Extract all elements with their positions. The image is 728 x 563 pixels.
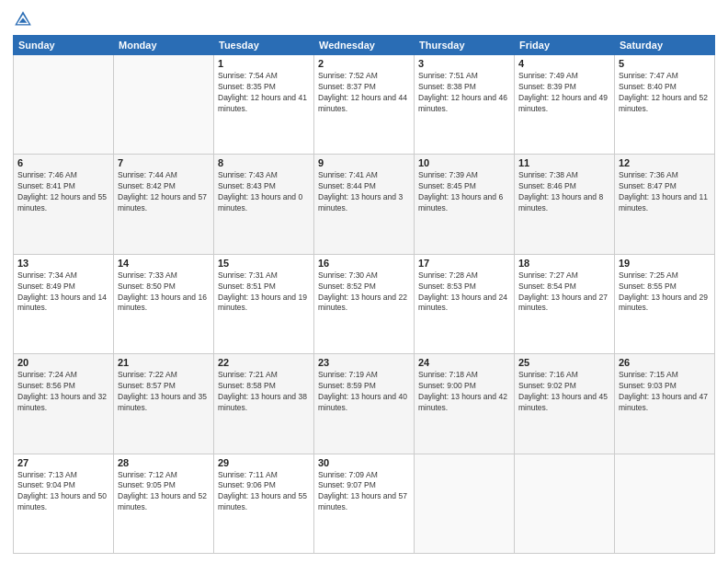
- calendar-day-cell: 22Sunrise: 7:21 AM Sunset: 8:58 PM Dayli…: [214, 354, 314, 454]
- day-number: 28: [118, 457, 210, 468]
- day-number: 21: [118, 357, 210, 368]
- day-info: Sunrise: 7:22 AM Sunset: 8:57 PM Dayligh…: [118, 370, 210, 414]
- day-info: Sunrise: 7:38 AM Sunset: 8:46 PM Dayligh…: [518, 170, 610, 214]
- calendar-week-row: 13Sunrise: 7:34 AM Sunset: 8:49 PM Dayli…: [14, 254, 715, 353]
- day-number: 7: [118, 157, 210, 168]
- day-number: 1: [218, 58, 310, 69]
- day-info: Sunrise: 7:43 AM Sunset: 8:43 PM Dayligh…: [218, 170, 310, 214]
- day-info: Sunrise: 7:15 AM Sunset: 9:03 PM Dayligh…: [619, 370, 711, 414]
- calendar-table: SundayMondayTuesdayWednesdayThursdayFrid…: [13, 35, 715, 554]
- calendar-day-cell: 17Sunrise: 7:28 AM Sunset: 8:53 PM Dayli…: [415, 254, 515, 353]
- day-info: Sunrise: 7:49 AM Sunset: 8:39 PM Dayligh…: [518, 71, 610, 115]
- day-info: Sunrise: 7:39 AM Sunset: 8:45 PM Dayligh…: [418, 170, 510, 214]
- calendar-day-cell: 23Sunrise: 7:19 AM Sunset: 8:59 PM Dayli…: [314, 354, 415, 454]
- day-info: Sunrise: 7:46 AM Sunset: 8:41 PM Dayligh…: [17, 170, 109, 214]
- day-info: Sunrise: 7:41 AM Sunset: 8:44 PM Dayligh…: [318, 170, 410, 214]
- day-info: Sunrise: 7:18 AM Sunset: 9:00 PM Dayligh…: [418, 370, 510, 414]
- day-number: 27: [17, 457, 109, 468]
- day-number: 12: [619, 157, 711, 168]
- header: [13, 9, 715, 29]
- calendar-day-cell: [515, 454, 615, 553]
- calendar-day-cell: 29Sunrise: 7:11 AM Sunset: 9:06 PM Dayli…: [214, 454, 314, 553]
- day-info: Sunrise: 7:36 AM Sunset: 8:47 PM Dayligh…: [619, 170, 711, 214]
- day-number: 26: [619, 357, 711, 368]
- day-number: 17: [418, 258, 510, 269]
- calendar-day-cell: [615, 454, 715, 553]
- calendar-day-cell: 2Sunrise: 7:52 AM Sunset: 8:37 PM Daylig…: [314, 55, 415, 155]
- day-info: Sunrise: 7:34 AM Sunset: 8:49 PM Dayligh…: [17, 270, 109, 315]
- day-number: 6: [17, 157, 109, 168]
- page: SundayMondayTuesdayWednesdayThursdayFrid…: [0, 0, 728, 563]
- calendar-week-row: 27Sunrise: 7:13 AM Sunset: 9:04 PM Dayli…: [14, 454, 715, 553]
- calendar-day-cell: 13Sunrise: 7:34 AM Sunset: 8:49 PM Dayli…: [14, 254, 114, 353]
- day-number: 10: [418, 157, 510, 168]
- calendar-day-cell: 5Sunrise: 7:47 AM Sunset: 8:40 PM Daylig…: [615, 55, 715, 155]
- day-info: Sunrise: 7:27 AM Sunset: 8:54 PM Dayligh…: [518, 270, 610, 315]
- calendar-week-row: 20Sunrise: 7:24 AM Sunset: 8:56 PM Dayli…: [14, 354, 715, 454]
- logo-icon: [13, 9, 33, 29]
- calendar-week-row: 1Sunrise: 7:54 AM Sunset: 8:35 PM Daylig…: [14, 55, 715, 155]
- calendar-day-cell: 6Sunrise: 7:46 AM Sunset: 8:41 PM Daylig…: [14, 155, 114, 254]
- day-number: 9: [318, 157, 410, 168]
- calendar-day-header: Friday: [515, 36, 615, 55]
- calendar-day-cell: 16Sunrise: 7:30 AM Sunset: 8:52 PM Dayli…: [314, 254, 415, 353]
- day-number: 11: [518, 157, 610, 168]
- calendar-day-cell: 28Sunrise: 7:12 AM Sunset: 9:05 PM Dayli…: [114, 454, 214, 553]
- day-info: Sunrise: 7:13 AM Sunset: 9:04 PM Dayligh…: [17, 470, 109, 514]
- day-number: 24: [418, 357, 510, 368]
- calendar-day-cell: 19Sunrise: 7:25 AM Sunset: 8:55 PM Dayli…: [615, 254, 715, 353]
- calendar-day-header: Monday: [114, 36, 214, 55]
- day-number: 13: [17, 258, 109, 269]
- day-info: Sunrise: 7:44 AM Sunset: 8:42 PM Dayligh…: [118, 170, 210, 214]
- calendar-day-cell: 24Sunrise: 7:18 AM Sunset: 9:00 PM Dayli…: [415, 354, 515, 454]
- day-number: 3: [418, 58, 510, 69]
- logo: [13, 9, 35, 29]
- calendar-day-cell: [415, 454, 515, 553]
- day-info: Sunrise: 7:52 AM Sunset: 8:37 PM Dayligh…: [318, 71, 410, 115]
- day-number: 15: [218, 258, 310, 269]
- day-number: 22: [218, 357, 310, 368]
- day-number: 20: [17, 357, 109, 368]
- calendar-day-cell: 11Sunrise: 7:38 AM Sunset: 8:46 PM Dayli…: [515, 155, 615, 254]
- day-number: 14: [118, 258, 210, 269]
- day-number: 23: [318, 357, 410, 368]
- calendar-day-cell: 10Sunrise: 7:39 AM Sunset: 8:45 PM Dayli…: [415, 155, 515, 254]
- calendar-day-cell: 26Sunrise: 7:15 AM Sunset: 9:03 PM Dayli…: [615, 354, 715, 454]
- calendar-day-cell: 18Sunrise: 7:27 AM Sunset: 8:54 PM Dayli…: [515, 254, 615, 353]
- day-number: 5: [619, 58, 711, 69]
- calendar-day-header: Thursday: [415, 36, 515, 55]
- day-info: Sunrise: 7:51 AM Sunset: 8:38 PM Dayligh…: [418, 71, 510, 115]
- calendar-day-cell: 3Sunrise: 7:51 AM Sunset: 8:38 PM Daylig…: [415, 55, 515, 155]
- calendar-day-cell: 15Sunrise: 7:31 AM Sunset: 8:51 PM Dayli…: [214, 254, 314, 353]
- day-info: Sunrise: 7:09 AM Sunset: 9:07 PM Dayligh…: [318, 470, 410, 514]
- day-number: 30: [318, 457, 410, 468]
- day-info: Sunrise: 7:12 AM Sunset: 9:05 PM Dayligh…: [118, 470, 210, 514]
- day-number: 25: [518, 357, 610, 368]
- calendar-day-cell: 12Sunrise: 7:36 AM Sunset: 8:47 PM Dayli…: [615, 155, 715, 254]
- day-number: 8: [218, 157, 310, 168]
- calendar-day-cell: 25Sunrise: 7:16 AM Sunset: 9:02 PM Dayli…: [515, 354, 615, 454]
- calendar-day-cell: [14, 55, 114, 155]
- day-info: Sunrise: 7:28 AM Sunset: 8:53 PM Dayligh…: [418, 270, 510, 315]
- day-info: Sunrise: 7:47 AM Sunset: 8:40 PM Dayligh…: [619, 71, 711, 115]
- calendar-day-cell: 14Sunrise: 7:33 AM Sunset: 8:50 PM Dayli…: [114, 254, 214, 353]
- calendar-day-cell: [114, 55, 214, 155]
- calendar-day-cell: 27Sunrise: 7:13 AM Sunset: 9:04 PM Dayli…: [14, 454, 114, 553]
- calendar-day-cell: 9Sunrise: 7:41 AM Sunset: 8:44 PM Daylig…: [314, 155, 415, 254]
- day-info: Sunrise: 7:25 AM Sunset: 8:55 PM Dayligh…: [619, 270, 711, 315]
- day-info: Sunrise: 7:16 AM Sunset: 9:02 PM Dayligh…: [518, 370, 610, 414]
- calendar-day-cell: 21Sunrise: 7:22 AM Sunset: 8:57 PM Dayli…: [114, 354, 214, 454]
- calendar-day-cell: 1Sunrise: 7:54 AM Sunset: 8:35 PM Daylig…: [214, 55, 314, 155]
- day-number: 29: [218, 457, 310, 468]
- calendar-day-header: Sunday: [14, 36, 114, 55]
- calendar-header-row: SundayMondayTuesdayWednesdayThursdayFrid…: [14, 36, 715, 55]
- day-info: Sunrise: 7:54 AM Sunset: 8:35 PM Dayligh…: [218, 71, 310, 115]
- day-number: 2: [318, 58, 410, 69]
- calendar-day-header: Wednesday: [314, 36, 415, 55]
- day-info: Sunrise: 7:21 AM Sunset: 8:58 PM Dayligh…: [218, 370, 310, 414]
- day-number: 4: [518, 58, 610, 69]
- day-info: Sunrise: 7:30 AM Sunset: 8:52 PM Dayligh…: [318, 270, 410, 315]
- day-number: 18: [518, 258, 610, 269]
- calendar-day-header: Saturday: [615, 36, 715, 55]
- day-number: 16: [318, 258, 410, 269]
